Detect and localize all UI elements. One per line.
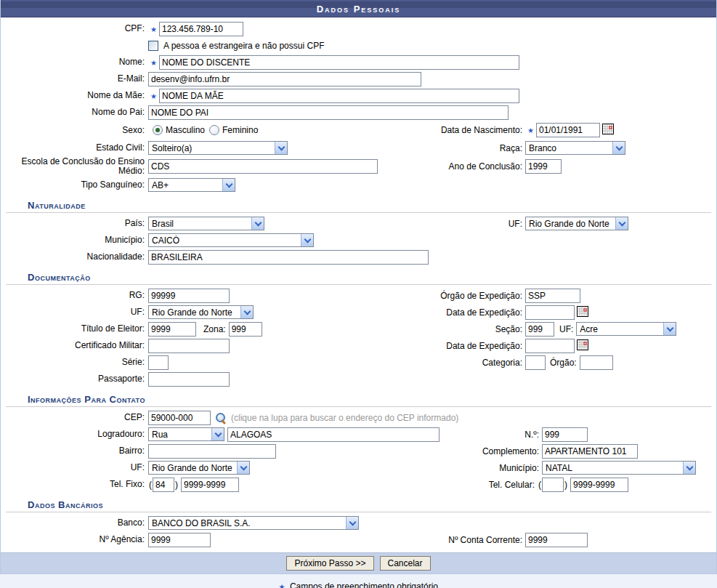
tipo-sanguineo-select[interactable]: AB+: [148, 178, 235, 192]
calendar-icon[interactable]: [577, 339, 588, 353]
municipio-naturalidade-row: Município: CAICÓ: [1, 232, 716, 249]
pai-input[interactable]: [148, 105, 509, 120]
calendar-icon[interactable]: [577, 306, 588, 319]
titulo-eleitor-input[interactable]: [148, 322, 196, 337]
uf-naturalidade-select[interactable]: Rio Grande do Norte: [525, 217, 628, 230]
mae-label: Nome da Mãe:: [7, 91, 148, 100]
categoria-input[interactable]: [525, 355, 546, 370]
zona-label: Zona:: [203, 324, 226, 334]
passaporte-input[interactable]: [148, 372, 230, 387]
section-documentacao: Documentação: [6, 267, 711, 285]
pais-row: País: Brasil UF: Rio Grande do Norte: [1, 215, 716, 232]
banco-label: Banco:: [7, 518, 148, 528]
tel-celular-numero-input[interactable]: [570, 478, 628, 492]
chevron-down-icon: [301, 234, 313, 246]
email-input[interactable]: [148, 72, 421, 86]
section-naturalidade: Naturalidade: [6, 195, 711, 213]
zona-input[interactable]: [229, 322, 262, 337]
tel-celular-ddd-input[interactable]: [542, 478, 564, 492]
orgao-label: Órgão:: [550, 358, 577, 368]
pais-select[interactable]: Brasil: [148, 217, 264, 230]
logradouro-tipo-select[interactable]: Rua: [148, 427, 224, 441]
secao-input[interactable]: [525, 322, 554, 337]
nome-row: Nome:: [1, 54, 716, 71]
uf-contato-select[interactable]: Rio Grande do Norte: [148, 461, 250, 475]
tipo-sanguineo-label: Tipo Sanguíneo:: [7, 180, 148, 190]
nome-input[interactable]: [159, 55, 519, 70]
tel-fixo-numero-input[interactable]: [181, 478, 239, 492]
section-contato: Informações Para Contato: [6, 389, 711, 407]
numero-input[interactable]: [542, 427, 588, 442]
nome-label: Nome:: [7, 57, 148, 67]
sexo-feminino-label: Feminino: [222, 125, 258, 135]
email-row: E-Mail:: [1, 71, 716, 87]
pais-label: País:: [7, 219, 148, 228]
conta-label: Nº Conta Corrente:: [313, 535, 525, 545]
rg-row: RG: Órgão de Expedição:: [1, 287, 716, 304]
cep-input[interactable]: [148, 411, 211, 425]
orgao-expedicao-label: Órgão de Expedição:: [313, 291, 525, 301]
foreigner-label: A pessoa é estrangeira e não possui CPF: [163, 41, 324, 51]
estado-civil-row: Estado Civil: Solteiro(a) Raça: Branco: [1, 140, 716, 156]
sexo-feminino-radio[interactable]: [209, 125, 219, 135]
logradouro-row: Logradouro: Rua N.º:: [1, 426, 716, 443]
numero-label: N.º:: [313, 430, 542, 440]
titulo-eleitor-row: Título de Eleitor: Zona: Seção: UF: Acre: [1, 321, 716, 337]
estado-civil-select[interactable]: Solteiro(a): [148, 141, 288, 155]
tel-fixo-label: Tel. Fixo:: [7, 480, 148, 489]
data-expedicao-rg-input[interactable]: [525, 305, 575, 320]
section-bancarios: Dados Bancários: [6, 494, 711, 512]
orgao-input[interactable]: [580, 355, 613, 370]
mae-row: Nome da Mãe:: [1, 87, 716, 104]
agencia-input[interactable]: [148, 533, 211, 547]
search-cep-icon[interactable]: [215, 412, 227, 424]
escola-label: Escola de Conclusão do Ensino Médio:: [7, 157, 148, 176]
categoria-label: Categoria:: [313, 358, 525, 368]
estado-civil-label: Estado Civil:: [7, 143, 148, 153]
mae-input[interactable]: [159, 89, 519, 103]
required-fields-note: Campos de preenchimento obrigatório.: [0, 574, 717, 588]
required-icon: [150, 91, 157, 101]
banco-select[interactable]: BANCO DO BRASIL S.A.: [148, 516, 359, 530]
uf-titulo-select[interactable]: Acre: [576, 322, 676, 336]
logradouro-label: Logradouro:: [7, 430, 148, 439]
orgao-expedicao-input[interactable]: [525, 289, 580, 303]
ano-conclusao-input[interactable]: [525, 159, 562, 174]
cpf-input[interactable]: [159, 22, 243, 36]
chevron-down-icon: [222, 179, 235, 191]
bairro-input[interactable]: [148, 444, 276, 459]
uf-rg-select[interactable]: Rio Grande do Norte: [148, 305, 254, 319]
calendar-icon[interactable]: [602, 124, 614, 137]
passaporte-label: Passaporte:: [7, 374, 148, 384]
municipio-contato-select[interactable]: NATAL: [542, 461, 696, 475]
nascimento-input[interactable]: [536, 123, 600, 137]
uf-contato-label: UF:: [7, 463, 148, 472]
chevron-down-icon: [237, 462, 249, 474]
foreigner-checkbox[interactable]: [148, 41, 158, 51]
data-expedicao-cert-input[interactable]: [525, 339, 575, 353]
cert-militar-input[interactable]: [148, 339, 230, 353]
raca-label: Raça:: [313, 143, 525, 153]
conta-input[interactable]: [525, 533, 588, 547]
dados-pessoais-form: Dados Pessoais CPF: A pessoa é estrangei…: [0, 0, 717, 574]
cancelar-button[interactable]: Cancelar: [380, 556, 431, 571]
raca-select[interactable]: Branco: [525, 141, 625, 155]
uf-rg-row: UF: Rio Grande do Norte Data de Expediçã…: [1, 304, 716, 321]
complemento-input[interactable]: [542, 444, 638, 459]
sexo-masculino-label: Masculino: [166, 125, 205, 135]
rg-input[interactable]: [148, 289, 230, 303]
proximo-passo-button[interactable]: Próximo Passo >>: [286, 556, 373, 571]
sexo-masculino-radio[interactable]: [153, 125, 163, 135]
agencia-label: Nº Agência:: [7, 535, 148, 544]
chevron-down-icon: [612, 142, 625, 154]
tipo-sanguineo-row: Tipo Sanguíneo: AB+: [1, 177, 716, 193]
escola-row: Escola de Conclusão do Ensino Médio: Ano…: [1, 156, 716, 177]
municipio-naturalidade-select[interactable]: CAICÓ: [148, 233, 314, 247]
ano-conclusao-label: Ano de Conclusão:: [313, 161, 525, 172]
nacionalidade-input[interactable]: [148, 250, 429, 265]
chevron-down-icon: [683, 462, 695, 474]
serie-input[interactable]: [148, 355, 169, 370]
tel-fixo-ddd-input[interactable]: [153, 478, 174, 492]
pai-label: Nome do Pai:: [7, 108, 148, 117]
municipio-naturalidade-label: Município:: [7, 235, 148, 245]
